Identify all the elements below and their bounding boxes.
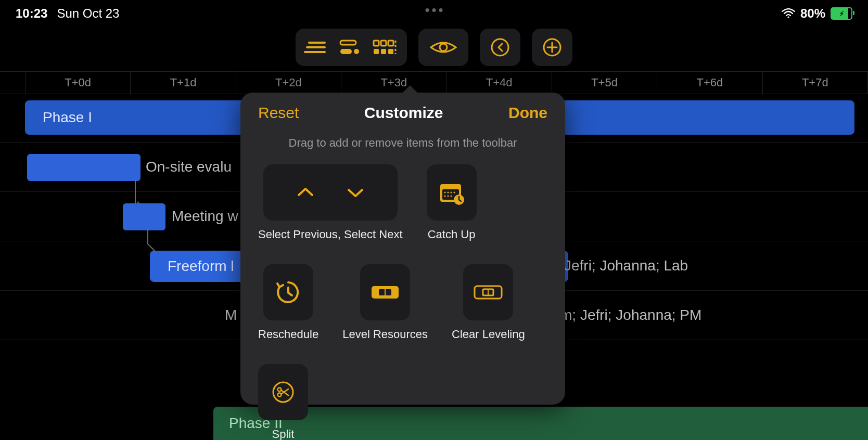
scissors-circle-icon <box>271 380 295 404</box>
svg-rect-4 <box>340 41 356 45</box>
task-label-meeting: Meeting w <box>172 208 238 225</box>
wifi-icon <box>782 8 795 19</box>
svg-rect-12 <box>388 49 393 54</box>
th-5: T+5d <box>552 72 657 94</box>
svg-rect-7 <box>374 41 379 46</box>
svg-point-24 <box>453 191 455 193</box>
history-clock-icon <box>275 279 301 305</box>
th-7: T+7d <box>763 72 868 94</box>
status-date: Sun Oct 23 <box>57 6 119 21</box>
tool-select-prev-next[interactable]: Select Previous, Select Next <box>258 164 403 241</box>
battery-percent: 80% <box>800 6 825 21</box>
svg-point-25 <box>444 195 445 197</box>
level-filled-icon <box>371 285 400 300</box>
calendar-clock-icon <box>438 180 465 205</box>
th-1: T+1d <box>131 72 236 94</box>
grouped-bars-icon[interactable] <box>338 40 361 55</box>
svg-point-26 <box>447 195 449 197</box>
svg-point-27 <box>450 195 452 197</box>
svg-point-15 <box>492 39 508 56</box>
toolbar-view-group <box>296 29 407 66</box>
level-outline-icon <box>474 285 503 300</box>
tool-split[interactable]: Split <box>258 364 308 440</box>
svg-rect-5 <box>340 49 352 54</box>
eye-icon <box>430 39 457 56</box>
done-button[interactable]: Done <box>508 104 547 122</box>
svg-rect-10 <box>374 49 379 54</box>
svg-rect-8 <box>381 41 386 46</box>
th-0: T+0d <box>25 72 131 94</box>
task-bar-onsite[interactable] <box>27 154 141 181</box>
add-button[interactable] <box>532 29 572 66</box>
svg-point-22 <box>447 191 449 193</box>
popover-title: Customize <box>364 104 443 122</box>
tool-reschedule[interactable]: Reschedule <box>258 264 318 341</box>
status-bar: 10:23 Sun Oct 23 80% ⚡︎ <box>0 0 868 27</box>
svg-point-14 <box>440 44 447 51</box>
reset-button[interactable]: Reset <box>258 104 299 122</box>
customize-popover: Reset Customize Done Drag to add or remo… <box>240 93 565 405</box>
undo-icon <box>490 37 510 58</box>
popover-subtitle: Drag to add or remove items from the too… <box>258 136 547 150</box>
chevron-down-icon <box>347 187 364 198</box>
svg-point-21 <box>444 191 445 193</box>
tool-catch-up[interactable]: Catch Up <box>427 164 477 241</box>
indent-view-icon[interactable] <box>304 40 327 55</box>
tool-clear-leveling[interactable]: Clear Leveling <box>452 264 525 341</box>
tool-level-resources[interactable]: Level Resources <box>342 264 428 341</box>
timeline-header: T+0d T+1d T+2d T+3d T+4d T+5d T+6d T+7d <box>0 71 868 94</box>
svg-point-23 <box>450 191 452 193</box>
chevron-up-icon <box>297 187 314 198</box>
svg-point-0 <box>787 16 789 18</box>
status-time: 10:23 <box>16 6 47 21</box>
task-resources-2: m; Jefri; Johanna; PM <box>560 307 701 323</box>
th-6: T+6d <box>657 72 762 94</box>
task-label-onsite: On-site evalu <box>146 159 232 175</box>
undo-button[interactable] <box>480 29 520 66</box>
grid-blocks-icon[interactable] <box>373 40 399 55</box>
th-4: T+4d <box>447 72 552 94</box>
th-2: T+2d <box>236 72 341 94</box>
svg-rect-6 <box>354 49 359 54</box>
task-resources-1: Jefri; Johanna; Lab <box>564 257 688 274</box>
svg-rect-9 <box>388 41 393 46</box>
task-label-mo: M <box>225 307 237 323</box>
battery-icon: ⚡︎ <box>831 7 852 20</box>
task-bar-meeting[interactable] <box>123 203 165 230</box>
th-3: T+3d <box>341 72 446 94</box>
multitask-dots[interactable] <box>426 8 443 12</box>
plus-circle-icon <box>542 37 563 58</box>
main-toolbar <box>296 29 572 66</box>
inspect-button[interactable] <box>418 29 468 66</box>
svg-rect-11 <box>381 49 386 54</box>
